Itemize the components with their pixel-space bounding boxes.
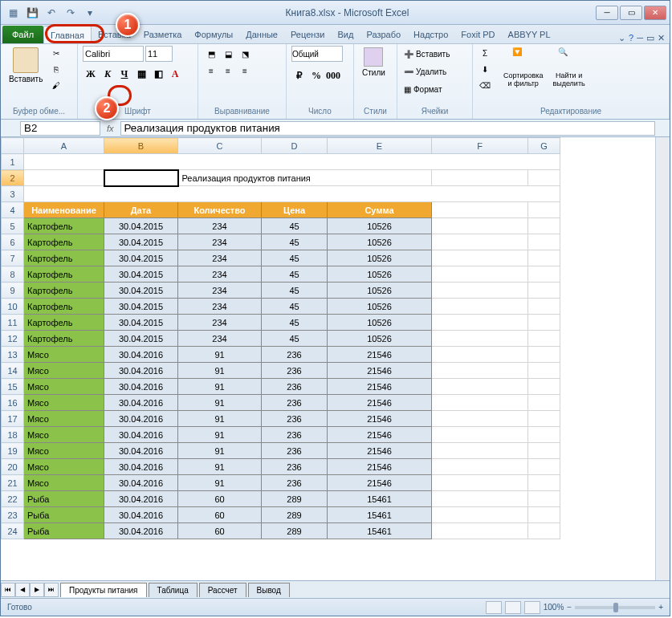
row-header[interactable]: 19 (2, 443, 24, 459)
minimize-button[interactable]: ─ (596, 6, 618, 20)
cell-price[interactable]: 289 (262, 491, 328, 507)
col-header-A[interactable]: A (24, 138, 104, 154)
cell[interactable] (24, 186, 560, 202)
row-header[interactable]: 12 (2, 331, 24, 347)
cell-qty[interactable]: 234 (178, 283, 262, 299)
cell-name[interactable]: Рыба (24, 507, 104, 523)
paste-button[interactable]: Вставить (6, 46, 46, 85)
cell-sum[interactable]: 21546 (328, 475, 432, 491)
row-header[interactable]: 3 (2, 186, 24, 202)
tab-home[interactable]: Главная (43, 26, 92, 43)
cell-sum[interactable]: 21546 (328, 379, 432, 395)
sort-filter-button[interactable]: 🔽 Сортировка и фильтр (500, 46, 546, 89)
cell-name[interactable]: Мясо (24, 411, 104, 427)
format-painter-icon[interactable]: 🖌 (49, 78, 63, 92)
font-color-button[interactable]: A (167, 66, 183, 82)
cell-name[interactable]: Мясо (24, 379, 104, 395)
align-right-icon[interactable]: ≡ (237, 63, 253, 79)
cell-name[interactable]: Мясо (24, 459, 104, 475)
autosum-icon[interactable]: Σ (478, 46, 492, 60)
cell-date[interactable]: 30.04.2016 (104, 507, 178, 523)
cell[interactable] (24, 170, 104, 186)
cell[interactable] (528, 475, 560, 491)
tab-layout[interactable]: Разметка (137, 26, 189, 43)
cell-price[interactable]: 45 (262, 250, 328, 266)
formula-bar[interactable] (120, 121, 655, 136)
cell-name[interactable]: Мясо (24, 443, 104, 459)
cell-price[interactable]: 236 (262, 459, 328, 475)
align-bottom-icon[interactable]: ⬔ (237, 46, 253, 62)
cell-name[interactable]: Мясо (24, 475, 104, 491)
cell-date[interactable]: 30.04.2016 (104, 363, 178, 379)
cell[interactable] (528, 202, 560, 218)
cell[interactable] (432, 475, 528, 491)
cell-price[interactable]: 45 (262, 266, 328, 283)
tab-review[interactable]: Рецензи (284, 26, 332, 43)
cell-sum[interactable]: 21546 (328, 459, 432, 475)
cell-name[interactable]: Рыба (24, 491, 104, 507)
sheet-nav-prev[interactable]: ◀ (15, 583, 30, 597)
cell-name[interactable]: Рыба (24, 523, 104, 539)
cell[interactable] (528, 395, 560, 411)
row-header[interactable]: 20 (2, 459, 24, 475)
cell-date[interactable]: 30.04.2015 (104, 250, 178, 266)
undo-icon[interactable]: ↶ (43, 4, 60, 22)
cell-name[interactable]: Картофель (24, 250, 104, 266)
spreadsheet-grid[interactable]: A B C D E F G 1 2 Реализация продуктов п… (1, 137, 560, 539)
cell[interactable] (432, 443, 528, 459)
border-button[interactable]: ▦ (133, 66, 149, 82)
header-cell[interactable]: Количество (178, 202, 262, 218)
help-icon[interactable]: ? (629, 33, 633, 43)
cell-price[interactable]: 236 (262, 427, 328, 443)
cell-name[interactable]: Мясо (24, 427, 104, 443)
cell[interactable] (528, 218, 560, 234)
number-format-select[interactable] (291, 46, 343, 62)
align-top-icon[interactable]: ⬒ (203, 46, 219, 62)
row-header[interactable]: 13 (2, 347, 24, 363)
cell-name[interactable]: Мясо (24, 363, 104, 379)
cell-sum[interactable]: 15461 (328, 491, 432, 507)
cell-date[interactable]: 30.04.2016 (104, 491, 178, 507)
sheet-tab[interactable]: Рассчет (199, 583, 246, 597)
cell-qty[interactable]: 91 (178, 443, 262, 459)
cell[interactable] (432, 411, 528, 427)
sheet-nav-next[interactable]: ▶ (30, 583, 44, 597)
cell[interactable] (528, 459, 560, 475)
cell[interactable] (432, 202, 528, 218)
row-header[interactable]: 4 (2, 202, 24, 218)
cell-sum[interactable]: 10526 (328, 331, 432, 347)
cell[interactable] (528, 315, 560, 331)
col-header-G[interactable]: G (528, 138, 560, 154)
cell-name[interactable]: Картофель (24, 315, 104, 331)
copy-icon[interactable]: ⎘ (49, 62, 63, 76)
ribbon-minimize-icon[interactable]: ⌄ (618, 33, 625, 43)
maximize-button[interactable]: ▭ (620, 6, 642, 20)
sheet-tab-active[interactable]: Продукты питания (60, 583, 147, 597)
cell-date[interactable]: 30.04.2015 (104, 331, 178, 347)
tab-abbyy[interactable]: ABBYY PL (502, 26, 557, 43)
cell-price[interactable]: 236 (262, 411, 328, 427)
align-left-icon[interactable]: ≡ (203, 63, 219, 79)
cell-price[interactable]: 236 (262, 379, 328, 395)
cell-sum[interactable]: 10526 (328, 283, 432, 299)
cell-date[interactable]: 30.04.2016 (104, 443, 178, 459)
cell-price[interactable]: 45 (262, 218, 328, 234)
cell-price[interactable]: 289 (262, 523, 328, 539)
cell-qty[interactable]: 234 (178, 315, 262, 331)
cell-qty[interactable]: 91 (178, 363, 262, 379)
find-select-button[interactable]: 🔍 Найти и выделить (549, 46, 588, 89)
file-tab[interactable]: Файл (2, 26, 43, 43)
clear-icon[interactable]: ⌫ (478, 78, 492, 92)
row-header[interactable]: 16 (2, 395, 24, 411)
cell-qty[interactable]: 234 (178, 331, 262, 347)
row-header[interactable]: 1 (2, 154, 24, 170)
col-header-D[interactable]: D (262, 138, 328, 154)
cell-price[interactable]: 45 (262, 283, 328, 299)
cell-price[interactable]: 236 (262, 363, 328, 379)
cell-qty[interactable]: 91 (178, 427, 262, 443)
tab-addins[interactable]: Надстро (407, 26, 454, 43)
row-header[interactable]: 7 (2, 250, 24, 266)
name-box[interactable] (20, 121, 100, 136)
cell[interactable] (528, 299, 560, 315)
cell-sum[interactable]: 10526 (328, 218, 432, 234)
